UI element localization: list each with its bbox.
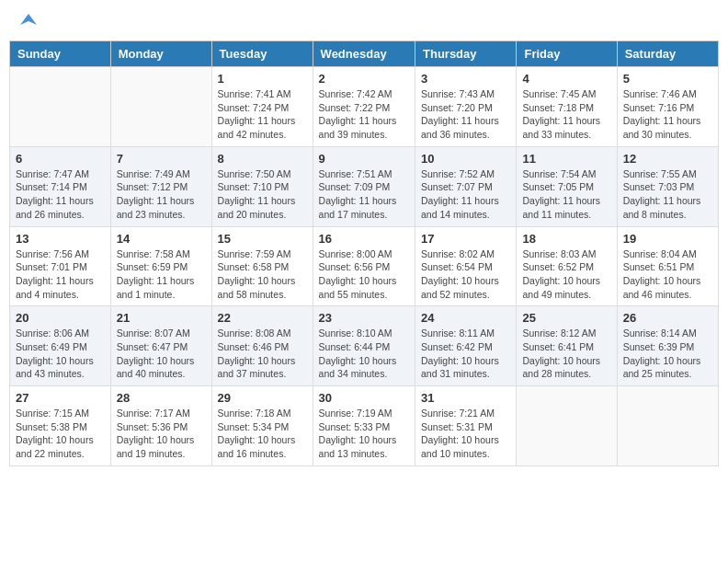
calendar-cell — [110, 67, 211, 147]
day-number: 16 — [319, 232, 409, 246]
calendar-cell: 18Sunrise: 8:03 AMSunset: 6:52 PMDayligh… — [517, 226, 617, 306]
calendar-cell: 19Sunrise: 8:04 AMSunset: 6:51 PMDayligh… — [617, 226, 718, 306]
day-number: 15 — [218, 232, 307, 246]
calendar-cell: 14Sunrise: 7:58 AMSunset: 6:59 PMDayligh… — [110, 226, 211, 306]
day-number: 10 — [421, 152, 510, 166]
day-detail: Sunrise: 7:15 AMSunset: 5:38 PMDaylight:… — [16, 407, 105, 461]
calendar-cell: 13Sunrise: 7:56 AMSunset: 7:01 PMDayligh… — [10, 226, 111, 306]
calendar-week-5: 27Sunrise: 7:15 AMSunset: 5:38 PMDayligh… — [10, 386, 719, 466]
calendar-table: SundayMondayTuesdayWednesdayThursdayFrid… — [9, 40, 719, 466]
day-number: 28 — [117, 391, 206, 405]
day-detail: Sunrise: 8:02 AMSunset: 6:54 PMDaylight:… — [421, 247, 510, 302]
weekday-header-tuesday: Tuesday — [211, 41, 313, 67]
weekday-header-row: SundayMondayTuesdayWednesdayThursdayFrid… — [10, 41, 719, 67]
day-number: 3 — [421, 72, 510, 86]
day-number: 31 — [421, 391, 510, 405]
day-number: 29 — [218, 391, 307, 405]
logo — [18, 14, 37, 29]
day-number: 14 — [117, 232, 206, 246]
day-detail: Sunrise: 7:42 AMSunset: 7:22 PMDaylight:… — [319, 87, 409, 142]
calendar-cell: 26Sunrise: 8:14 AMSunset: 6:39 PMDayligh… — [617, 306, 718, 386]
day-number: 6 — [16, 152, 105, 166]
logo-bird-icon — [20, 12, 37, 29]
day-number: 21 — [117, 311, 206, 325]
calendar-cell: 2Sunrise: 7:42 AMSunset: 7:22 PMDaylight… — [313, 67, 415, 147]
calendar-cell: 27Sunrise: 7:15 AMSunset: 5:38 PMDayligh… — [10, 386, 111, 466]
day-detail: Sunrise: 8:07 AMSunset: 6:47 PMDaylight:… — [117, 327, 206, 381]
day-number: 24 — [421, 311, 510, 325]
calendar-cell: 11Sunrise: 7:54 AMSunset: 7:05 PMDayligh… — [517, 146, 617, 226]
day-number: 18 — [522, 232, 610, 246]
weekday-header-sunday: Sunday — [10, 41, 111, 67]
day-detail: Sunrise: 7:47 AMSunset: 7:14 PMDaylight:… — [16, 167, 105, 222]
day-detail: Sunrise: 8:14 AMSunset: 6:39 PMDaylight:… — [623, 327, 712, 381]
day-detail: Sunrise: 7:18 AMSunset: 5:34 PMDaylight:… — [218, 407, 307, 461]
calendar-cell: 17Sunrise: 8:02 AMSunset: 6:54 PMDayligh… — [415, 226, 517, 306]
day-number: 11 — [522, 152, 610, 166]
calendar-week-3: 13Sunrise: 7:56 AMSunset: 7:01 PMDayligh… — [10, 226, 719, 306]
day-number: 9 — [319, 152, 409, 166]
day-number: 20 — [16, 311, 105, 325]
day-detail: Sunrise: 7:55 AMSunset: 7:03 PMDaylight:… — [623, 167, 712, 222]
day-detail: Sunrise: 7:49 AMSunset: 7:12 PMDaylight:… — [117, 167, 206, 222]
day-detail: Sunrise: 7:46 AMSunset: 7:16 PMDaylight:… — [623, 87, 712, 142]
calendar-cell: 20Sunrise: 8:06 AMSunset: 6:49 PMDayligh… — [10, 306, 111, 386]
calendar-cell: 6Sunrise: 7:47 AMSunset: 7:14 PMDaylight… — [10, 146, 111, 226]
day-detail: Sunrise: 8:11 AMSunset: 6:42 PMDaylight:… — [421, 327, 510, 381]
svg-marker-0 — [20, 14, 37, 25]
calendar-cell: 30Sunrise: 7:19 AMSunset: 5:33 PMDayligh… — [313, 386, 415, 466]
calendar-cell: 25Sunrise: 8:12 AMSunset: 6:41 PMDayligh… — [517, 306, 617, 386]
day-number: 17 — [421, 232, 510, 246]
calendar-cell — [517, 386, 617, 466]
day-number: 27 — [16, 391, 105, 405]
day-detail: Sunrise: 7:59 AMSunset: 6:58 PMDaylight:… — [218, 247, 307, 302]
day-detail: Sunrise: 7:51 AMSunset: 7:09 PMDaylight:… — [319, 167, 409, 222]
calendar-week-1: 1Sunrise: 7:41 AMSunset: 7:24 PMDaylight… — [10, 67, 719, 147]
day-number: 1 — [218, 72, 307, 86]
day-detail: Sunrise: 8:10 AMSunset: 6:44 PMDaylight:… — [319, 327, 409, 381]
calendar-cell: 23Sunrise: 8:10 AMSunset: 6:44 PMDayligh… — [313, 306, 415, 386]
calendar-week-4: 20Sunrise: 8:06 AMSunset: 6:49 PMDayligh… — [10, 306, 719, 386]
calendar-cell: 28Sunrise: 7:17 AMSunset: 5:36 PMDayligh… — [110, 386, 211, 466]
day-detail: Sunrise: 7:52 AMSunset: 7:07 PMDaylight:… — [421, 167, 510, 222]
calendar-cell: 10Sunrise: 7:52 AMSunset: 7:07 PMDayligh… — [415, 146, 517, 226]
day-number: 4 — [522, 72, 610, 86]
day-number: 8 — [218, 152, 307, 166]
weekday-header-friday: Friday — [517, 41, 617, 67]
page-header — [9, 9, 719, 33]
day-number: 22 — [218, 311, 307, 325]
calendar-cell: 21Sunrise: 8:07 AMSunset: 6:47 PMDayligh… — [110, 306, 211, 386]
day-detail: Sunrise: 7:43 AMSunset: 7:20 PMDaylight:… — [421, 87, 510, 142]
calendar-cell: 4Sunrise: 7:45 AMSunset: 7:18 PMDaylight… — [517, 67, 617, 147]
day-detail: Sunrise: 8:00 AMSunset: 6:56 PMDaylight:… — [319, 247, 409, 302]
calendar-cell: 9Sunrise: 7:51 AMSunset: 7:09 PMDaylight… — [313, 146, 415, 226]
calendar-cell: 3Sunrise: 7:43 AMSunset: 7:20 PMDaylight… — [415, 67, 517, 147]
day-detail: Sunrise: 7:54 AMSunset: 7:05 PMDaylight:… — [522, 167, 610, 222]
day-number: 5 — [623, 72, 712, 86]
calendar-cell: 5Sunrise: 7:46 AMSunset: 7:16 PMDaylight… — [617, 67, 718, 147]
day-detail: Sunrise: 7:41 AMSunset: 7:24 PMDaylight:… — [218, 87, 307, 142]
calendar-week-2: 6Sunrise: 7:47 AMSunset: 7:14 PMDaylight… — [10, 146, 719, 226]
day-number: 23 — [319, 311, 409, 325]
day-detail: Sunrise: 7:56 AMSunset: 7:01 PMDaylight:… — [16, 247, 105, 302]
day-number: 13 — [16, 232, 105, 246]
day-detail: Sunrise: 8:04 AMSunset: 6:51 PMDaylight:… — [623, 247, 712, 302]
day-number: 12 — [623, 152, 712, 166]
weekday-header-wednesday: Wednesday — [313, 41, 415, 67]
day-detail: Sunrise: 7:21 AMSunset: 5:31 PMDaylight:… — [421, 407, 510, 461]
day-detail: Sunrise: 8:06 AMSunset: 6:49 PMDaylight:… — [16, 327, 105, 381]
day-number: 25 — [522, 311, 610, 325]
calendar-cell — [10, 67, 111, 147]
day-number: 30 — [319, 391, 409, 405]
calendar-cell: 8Sunrise: 7:50 AMSunset: 7:10 PMDaylight… — [211, 146, 313, 226]
calendar-cell: 1Sunrise: 7:41 AMSunset: 7:24 PMDaylight… — [211, 67, 313, 147]
calendar-cell: 7Sunrise: 7:49 AMSunset: 7:12 PMDaylight… — [110, 146, 211, 226]
day-detail: Sunrise: 8:12 AMSunset: 6:41 PMDaylight:… — [522, 327, 610, 381]
calendar-cell: 22Sunrise: 8:08 AMSunset: 6:46 PMDayligh… — [211, 306, 313, 386]
day-number: 26 — [623, 311, 712, 325]
day-number: 7 — [117, 152, 206, 166]
calendar-cell: 16Sunrise: 8:00 AMSunset: 6:56 PMDayligh… — [313, 226, 415, 306]
day-number: 2 — [319, 72, 409, 86]
day-detail: Sunrise: 7:45 AMSunset: 7:18 PMDaylight:… — [522, 87, 610, 142]
day-number: 19 — [623, 232, 712, 246]
